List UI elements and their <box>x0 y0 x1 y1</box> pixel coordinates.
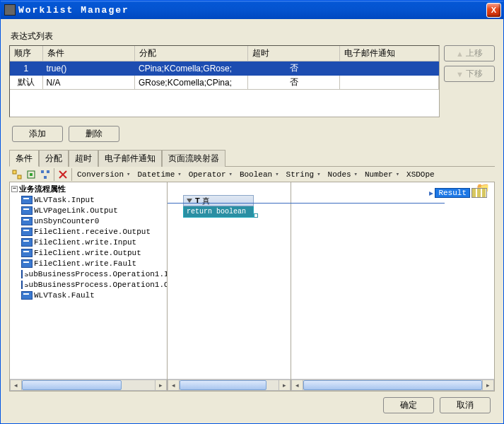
cancel-button[interactable]: 取消 <box>440 397 491 413</box>
tree-node[interactable]: unSbynCounter0 <box>11 216 165 226</box>
menu-conversion[interactable]: Conversion <box>74 170 125 179</box>
table-row[interactable]: 1 true() CPina;KComella;GRose; 否 <box>10 61 439 76</box>
menu-operator[interactable]: Operator <box>186 170 228 179</box>
cell-email <box>340 61 439 76</box>
table-row[interactable]: 默认 N/A GRose;KComella;CPina; 否 <box>10 76 439 90</box>
tree-node-label: WLVTask.Fault <box>34 291 95 300</box>
menu-number[interactable]: Number <box>362 170 394 179</box>
scroll-left-icon[interactable]: ◂ <box>168 379 180 391</box>
tab-condition[interactable]: 条件 <box>9 150 39 167</box>
table-header-row: 顺序 条件 分配 超时 电子邮件通知 <box>10 46 439 61</box>
tab-email[interactable]: 电子邮件通知 <box>98 150 162 167</box>
cell-assign: GRose;KComella;CPina; <box>135 76 248 90</box>
node-icon <box>21 249 33 257</box>
scroll-left-icon[interactable]: ◂ <box>10 379 22 391</box>
move-down-button[interactable]: ▼下移 <box>444 66 495 82</box>
node-icon <box>21 238 33 247</box>
menu-nodes[interactable]: Nodes <box>325 170 353 179</box>
col-seq[interactable]: 顺序 <box>10 46 42 61</box>
tab-assign[interactable]: 分配 <box>39 150 69 167</box>
chevron-down-icon[interactable]: ▾ <box>396 170 402 178</box>
chevron-down-icon[interactable]: ▾ <box>317 170 323 178</box>
tree-node[interactable]: subBusinessProcess.Operation1.Input <box>11 269 165 279</box>
canvas-pane[interactable]: T 真 return boolean ◂ ▸ <box>167 182 291 391</box>
cell-assign: CPina;KComella;GRose; <box>135 61 248 76</box>
ok-button[interactable]: 确定 <box>383 397 434 413</box>
move-down-label: 下移 <box>466 68 483 80</box>
chevron-down-icon[interactable]: ▾ <box>228 170 235 178</box>
menu-xsdop[interactable]: XSDOpe <box>404 170 436 179</box>
col-email[interactable]: 电子邮件通知 <box>340 46 439 61</box>
block-body: return boolean <box>183 206 254 218</box>
menu-datetime[interactable]: Datetime <box>134 170 176 179</box>
app-icon <box>4 4 16 16</box>
tab-timeout[interactable]: 超时 <box>69 150 98 167</box>
scroll-right-icon[interactable]: ▸ <box>155 379 167 391</box>
h-scrollbar[interactable]: ◂ ▸ <box>10 379 167 391</box>
add-button[interactable]: 添加 <box>12 126 63 142</box>
close-button[interactable]: X <box>486 3 501 18</box>
tree-node[interactable]: WLVTask.Fault <box>11 290 165 300</box>
scroll-left-icon[interactable]: ◂ <box>291 379 303 391</box>
connection-wire <box>168 203 445 204</box>
menu-boolean[interactable]: Boolean <box>237 170 274 179</box>
node-icon <box>21 217 33 225</box>
svg-rect-3 <box>30 173 33 176</box>
arrow-right-icon: ▸ <box>429 188 433 198</box>
delete-icon[interactable] <box>57 168 69 181</box>
output-port[interactable] <box>254 213 258 218</box>
menu-string[interactable]: String <box>283 170 316 179</box>
col-cond[interactable]: 条件 <box>42 46 135 61</box>
tab-pagemap[interactable]: 页面流映射器 <box>162 150 225 167</box>
col-assign[interactable]: 分配 <box>135 46 248 61</box>
tree-root[interactable]: −业务流程属性 <box>11 184 165 194</box>
h-scrollbar[interactable]: ◂ ▸ <box>168 379 291 391</box>
result-node[interactable]: ▸ Result <box>429 188 487 198</box>
tree-node[interactable]: WLVTask.Input <box>11 194 165 205</box>
collapse-all-icon[interactable] <box>25 168 37 181</box>
tree-node-label: subBusinessProcess.Operation1.Output <box>24 281 167 289</box>
node-icon <box>21 206 33 215</box>
move-up-button[interactable]: ▲上移 <box>444 45 495 61</box>
toolbar-sep <box>54 168 54 181</box>
chevron-down-icon[interactable]: ▾ <box>275 170 281 178</box>
expression-list[interactable]: 顺序 条件 分配 超时 电子邮件通知 1 true() CPina;KComel… <box>9 45 440 117</box>
window-title: Worklist Manager <box>18 5 486 16</box>
tree-node[interactable]: FileClient.receive.Output <box>11 226 165 237</box>
tree-node[interactable]: subBusinessProcess.Operation1.Output <box>11 279 165 290</box>
tree-pane: −业务流程属性 WLVTask.InputWLVPageLink.Outputu… <box>10 182 167 391</box>
svg-rect-5 <box>47 170 49 173</box>
chevron-down-icon[interactable]: ▾ <box>177 170 184 178</box>
expression-block[interactable]: T 真 return boolean <box>183 195 254 218</box>
node-icon <box>21 270 23 278</box>
result-pane[interactable]: 📁 ▸ Result ◂ ▸ <box>291 182 494 391</box>
move-up-label: 上移 <box>466 47 483 59</box>
node-icon <box>21 259 33 268</box>
chevron-down-icon[interactable]: ▾ <box>127 170 133 178</box>
tree-node[interactable]: FileClient.write.Input <box>11 237 165 247</box>
svg-rect-6 <box>44 176 47 179</box>
tree-node[interactable]: FileClient.write.Fault <box>11 258 165 269</box>
collapse-icon[interactable]: − <box>11 186 18 192</box>
toolbar-sep <box>71 168 72 181</box>
node-icon <box>21 196 33 204</box>
cell-cond: N/A <box>42 76 135 90</box>
tree-node[interactable]: WLVPageLink.Output <box>11 205 165 216</box>
h-scrollbar[interactable]: ◂ ▸ <box>291 379 494 391</box>
delete-button[interactable]: 删除 <box>69 126 119 142</box>
chevron-down-icon[interactable]: ▾ <box>354 170 361 178</box>
arrow-down-icon: ▼ <box>456 70 464 78</box>
tree-node[interactable]: FileClient.write.Output <box>11 247 165 258</box>
expand-all-icon[interactable] <box>11 168 23 181</box>
col-timeout[interactable]: 超时 <box>248 46 340 61</box>
list-label: 表达式列表 <box>11 30 495 42</box>
scroll-right-icon[interactable]: ▸ <box>482 379 494 391</box>
result-type-icon <box>471 188 487 198</box>
svg-rect-0 <box>13 170 16 174</box>
tree-node-label: FileClient.write.Output <box>34 249 141 257</box>
tab-strip: 条件 分配 超时 电子邮件通知 页面流映射器 <box>9 149 495 167</box>
auto-layout-icon[interactable] <box>39 168 52 181</box>
cell-timeout: 否 <box>248 61 340 76</box>
scroll-right-icon[interactable]: ▸ <box>279 379 291 391</box>
node-icon <box>21 291 33 300</box>
